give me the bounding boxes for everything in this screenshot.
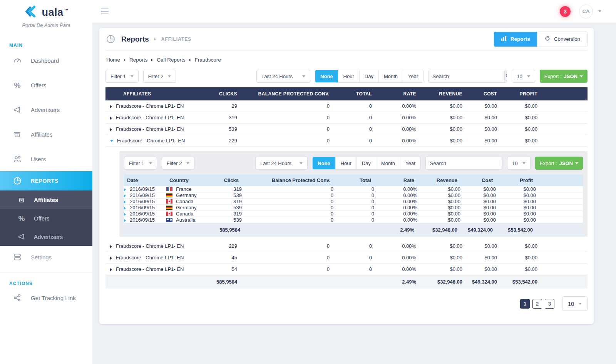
- pagination-page-size-dropdown[interactable]: 10: [562, 296, 588, 311]
- export-label: Export :: [540, 160, 557, 166]
- cell-country: Canada: [176, 211, 194, 217]
- sidebar-item-get-tracking-link[interactable]: Get Tracking Link: [0, 286, 92, 309]
- expand-toggle-icon[interactable]: [110, 245, 112, 248]
- total-clicks: 585,9584: [216, 223, 242, 237]
- submenu-item-affiliates[interactable]: Affiliates: [0, 190, 92, 209]
- nested-segment-month[interactable]: Month: [376, 157, 400, 169]
- nested-segment-day[interactable]: Day: [357, 157, 376, 169]
- page-size-dropdown[interactable]: 10: [512, 70, 535, 83]
- breadcrumb-home[interactable]: Home: [106, 57, 120, 63]
- tab-label: Conversion: [554, 36, 580, 42]
- expand-toggle-icon[interactable]: [110, 257, 112, 260]
- nested-date-range-dropdown[interactable]: Last 24 Hours: [255, 157, 308, 170]
- cell-profit: $0.00: [496, 192, 536, 199]
- notification-badge[interactable]: 3: [560, 6, 571, 17]
- nested-segment-none[interactable]: None: [313, 157, 335, 169]
- chevron-down-icon: [168, 75, 171, 77]
- sidebar-item-dashboard[interactable]: Dashboard: [0, 48, 92, 73]
- chevron-down-icon[interactable]: [598, 10, 601, 12]
- cell-profit: $0.00: [500, 135, 541, 147]
- nested-toolbar: Filter 1 Filter 2 Last 24 Hours: [124, 157, 583, 170]
- nested-export-json-button[interactable]: Export : JSON: [535, 157, 583, 170]
- cell-profit: $0.00: [500, 124, 541, 135]
- detail-totals-row: 585,9584 2.49% $32,948.00 $49,324.00 $53…: [124, 223, 583, 237]
- breadcrumb-call-reports[interactable]: Call Reports: [157, 57, 185, 63]
- col-revenue: Revenue: [417, 174, 460, 186]
- expand-toggle-icon[interactable]: [124, 219, 126, 222]
- hamburger-icon[interactable]: [101, 8, 109, 15]
- expand-toggle-icon[interactable]: [110, 128, 112, 131]
- cell-date: 2016/09/15: [130, 205, 155, 210]
- col-spacer: [541, 87, 588, 100]
- search-box: [428, 70, 507, 83]
- search-button[interactable]: [504, 70, 507, 82]
- chevron-down-icon: [580, 75, 583, 77]
- nested-filter2-dropdown[interactable]: Filter 2: [162, 157, 195, 170]
- chevron-down-icon: [149, 162, 152, 164]
- col-balance: BALANCE PROTECTED CONV.: [240, 87, 333, 100]
- filter1-label: Filter 1: [110, 73, 126, 79]
- submenu-item-offers[interactable]: % Offers: [0, 209, 92, 227]
- submenu-item-advertisers[interactable]: Advertisers: [0, 227, 92, 246]
- cell-clicks: 539: [216, 205, 242, 211]
- affiliate-name: Fraudscore - Chrome LP1- EN: [117, 138, 185, 144]
- segment-year[interactable]: Year: [403, 70, 423, 82]
- expand-toggle-icon[interactable]: [110, 117, 112, 120]
- nested-segment-hour[interactable]: Hour: [335, 157, 357, 169]
- sidebar-item-advertisers[interactable]: Advertisers: [0, 97, 92, 122]
- main-content: Reports AFFILIATES Reports: [92, 23, 616, 364]
- tab-conversion[interactable]: Conversion: [537, 32, 587, 47]
- sidebar-item-settings[interactable]: Settings: [0, 246, 92, 268]
- section-main-label: MAIN: [0, 43, 92, 48]
- cell-revenue: $0.00: [419, 264, 465, 275]
- expand-toggle-icon[interactable]: [124, 207, 126, 210]
- expand-toggle-icon[interactable]: [110, 268, 112, 271]
- segment-hour[interactable]: Hour: [338, 70, 359, 82]
- date-range-dropdown[interactable]: Last 24 Hours: [256, 70, 310, 83]
- filter1-dropdown[interactable]: Filter 1: [105, 70, 139, 83]
- sidebar-item-label: REPORTS: [31, 178, 59, 184]
- sidebar-item-users[interactable]: Users: [0, 147, 92, 171]
- cell-balance: 0: [240, 112, 333, 124]
- total-revenue: $32,948.00: [419, 275, 465, 289]
- sidebar-item-reports[interactable]: REPORTS: [0, 171, 92, 190]
- export-json-button[interactable]: Export : JSON: [540, 70, 588, 83]
- nested-search-button[interactable]: [502, 157, 502, 169]
- segment-none[interactable]: None: [315, 70, 338, 82]
- filter2-dropdown[interactable]: Filter 2: [143, 70, 176, 83]
- page-button-2[interactable]: 2: [532, 299, 542, 309]
- expand-toggle-icon[interactable]: [124, 188, 126, 191]
- breadcrumb-reports[interactable]: Reports: [129, 57, 147, 63]
- page-button-3[interactable]: 3: [545, 299, 554, 309]
- expand-toggle-icon[interactable]: [124, 200, 126, 204]
- cell-balance: 0: [242, 205, 333, 211]
- segment-month[interactable]: Month: [378, 70, 403, 82]
- cell-balance: 0: [240, 100, 333, 112]
- segment-day[interactable]: Day: [359, 70, 378, 82]
- collapse-toggle-icon[interactable]: [110, 140, 113, 142]
- expand-toggle-icon[interactable]: [110, 105, 112, 108]
- col-rate: Rate: [374, 174, 417, 186]
- search-icon: [502, 159, 502, 167]
- page-size-label: 10: [517, 73, 522, 79]
- cell-profit: $0.00: [500, 112, 541, 124]
- logo[interactable]: uala ™: [24, 5, 68, 19]
- cell-revenue: $0.00: [417, 217, 460, 223]
- nested-page-size-dropdown[interactable]: 10: [507, 157, 530, 170]
- avatar[interactable]: CA: [579, 5, 593, 18]
- table-row: Fraudscore - Chrome LP1- EN 539 0 0 0.00…: [105, 124, 588, 135]
- nested-filter1-dropdown[interactable]: Filter 1: [124, 157, 157, 170]
- sidebar-item-affiliates[interactable]: Affiliates: [0, 122, 92, 147]
- affiliate-name: Fraudscore - Chrome LP1- EN: [116, 243, 184, 249]
- expand-toggle-icon[interactable]: [124, 194, 126, 197]
- nested-search-input[interactable]: [426, 157, 502, 169]
- tab-reports[interactable]: Reports: [494, 32, 537, 47]
- total-cost: $49,324.00: [465, 275, 500, 289]
- cell-clicks: 319: [213, 112, 240, 124]
- expand-toggle-icon[interactable]: [124, 213, 126, 216]
- search-input[interactable]: [429, 70, 504, 82]
- page-button-1[interactable]: 1: [520, 299, 530, 309]
- cell-clicks: 539: [216, 217, 242, 223]
- nested-segment-year[interactable]: Year: [400, 157, 420, 169]
- sidebar-item-offers[interactable]: % Offers: [0, 73, 92, 97]
